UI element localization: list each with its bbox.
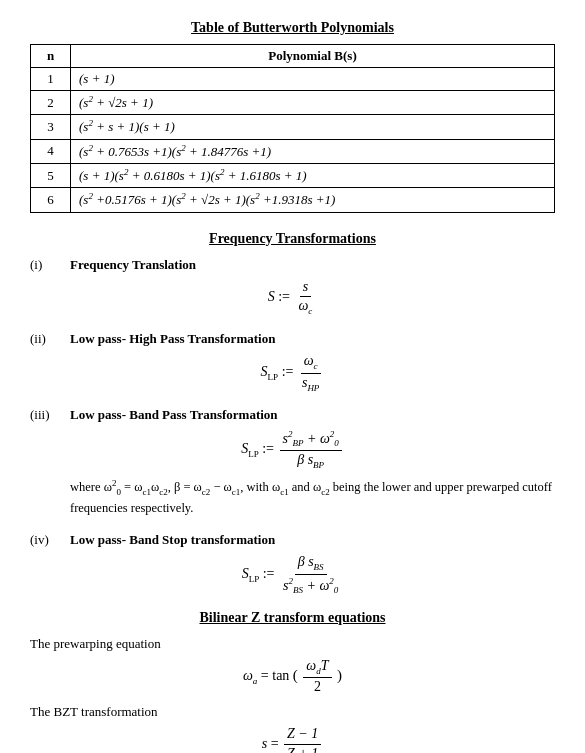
fraction-2-den: sHP — [299, 374, 322, 394]
fraction-4: β sBS s2BS + ω20 — [280, 554, 341, 596]
table-row: 5(s + 1)(s2 + 0.6180s + 1)(s2 + 1.6180s … — [31, 163, 555, 187]
formula-assign-3: := — [262, 441, 277, 456]
paren-close: ) — [337, 667, 342, 683]
row-n: 4 — [31, 139, 71, 163]
prewarp-num: ωdT — [303, 658, 331, 679]
row-poly: (s2 + s + 1)(s + 1) — [71, 115, 555, 139]
transform-header-2: (ii) Low pass- High Pass Transformation — [30, 331, 555, 347]
formula-label-4: S — [242, 566, 249, 581]
equals-2: = — [271, 736, 282, 751]
omega-a: ωa — [243, 668, 257, 683]
row-n: 5 — [31, 163, 71, 187]
transform-label-3: Low pass- Band Pass Transformation — [70, 407, 278, 423]
formula-assign-4: := — [263, 566, 278, 581]
transform-item-1: (i) Frequency Translation S := s ωc — [30, 257, 555, 317]
roman-iii: (iii) — [30, 407, 70, 423]
roman-ii: (ii) — [30, 331, 70, 347]
transform-item-4: (iv) Low pass- Band Stop transformation … — [30, 532, 555, 596]
fraction-4-den: s2BS + ω20 — [280, 575, 341, 596]
row-poly: (s2 + √2s + 1) — [71, 91, 555, 115]
s-var: s — [262, 736, 267, 751]
bilinear-section: Bilinear Z transform equations The prewa… — [30, 610, 555, 753]
prewarping-formula: ωa = tan ( ωdT 2 ) — [30, 658, 555, 696]
roman-iv: (iv) — [30, 532, 70, 548]
polynomial-table: n Polynomial B(s) 1(s + 1)2(s2 + √2s + 1… — [30, 44, 555, 213]
formula-label-1: S — [268, 289, 275, 304]
table-row: 4(s2 + 0.7653s +1)(s2 + 1.84776s +1) — [31, 139, 555, 163]
table-row: 6(s2 +0.5176s + 1)(s2 + √2s + 1)(s2 +1.9… — [31, 188, 555, 212]
transform-label-1: Frequency Translation — [70, 257, 196, 273]
formula-3: SLP := s2BP + ω20 β sBP — [30, 429, 555, 471]
transform-header-3: (iii) Low pass- Band Pass Transformation — [30, 407, 555, 423]
bandpass-note: where ω20 = ωc1ωc2, β = ωc2 − ωc1, with … — [70, 477, 555, 518]
transform-label-4: Low pass- Band Stop transformation — [70, 532, 275, 548]
table-row: 2(s2 + √2s + 1) — [31, 91, 555, 115]
col-header-n: n — [31, 45, 71, 68]
table-row: 3(s2 + s + 1)(s + 1) — [31, 115, 555, 139]
fraction-1-den: ωc — [295, 297, 315, 317]
row-poly: (s2 + 0.7653s +1)(s2 + 1.84776s +1) — [71, 139, 555, 163]
frequency-transformations-section: Frequency Transformations (i) Frequency … — [30, 231, 555, 596]
table-row: 1(s + 1) — [31, 68, 555, 91]
transform-label-2: Low pass- High Pass Transformation — [70, 331, 275, 347]
row-poly: (s + 1)(s2 + 0.6180s + 1)(s2 + 1.6180s +… — [71, 163, 555, 187]
freq-section-title: Frequency Transformations — [30, 231, 555, 247]
fraction-1: s ωc — [295, 279, 315, 317]
fraction-3: s2BP + ω20 β sBP — [280, 429, 342, 471]
row-n: 6 — [31, 188, 71, 212]
transform-item-2: (ii) Low pass- High Pass Transformation … — [30, 331, 555, 393]
equals-1: = tan — [261, 668, 290, 683]
formula-label-2: S — [261, 364, 268, 379]
formula-assign-1: := — [278, 289, 293, 304]
fraction-2: ωc sHP — [299, 353, 322, 393]
fraction-2-num: ωc — [301, 353, 321, 374]
fraction-4-num: β sBS — [295, 554, 327, 575]
row-poly: (s2 +0.5176s + 1)(s2 + √2s + 1)(s2 +1.93… — [71, 188, 555, 212]
row-n: 2 — [31, 91, 71, 115]
butterworth-table-section: Table of Butterworth Polynomials n Polyn… — [30, 20, 555, 213]
transform-header-1: (i) Frequency Translation — [30, 257, 555, 273]
prewarp-den: 2 — [311, 678, 324, 696]
formula-2: SLP := ωc sHP — [30, 353, 555, 393]
table-title: Table of Butterworth Polynomials — [30, 20, 555, 36]
row-n: 3 — [31, 115, 71, 139]
bilinear-title: Bilinear Z transform equations — [30, 610, 555, 626]
bzt-label: The BZT transformation — [30, 704, 555, 720]
prewarp-frac: ωdT 2 — [303, 658, 331, 696]
bzt-formula: s = Z − 1 Z + 1 — [30, 726, 555, 753]
bzt-num: Z − 1 — [284, 726, 321, 745]
bzt-den: Z + 1 — [284, 745, 321, 753]
prewarping-label: The prewarping equation — [30, 636, 555, 652]
transform-item-3: (iii) Low pass- Band Pass Transformation… — [30, 407, 555, 518]
roman-i: (i) — [30, 257, 70, 273]
transform-header-4: (iv) Low pass- Band Stop transformation — [30, 532, 555, 548]
bzt-frac: Z − 1 Z + 1 — [284, 726, 321, 753]
row-n: 1 — [31, 68, 71, 91]
fraction-1-num: s — [300, 279, 311, 298]
col-header-poly: Polynomial B(s) — [71, 45, 555, 68]
formula-1: S := s ωc — [30, 279, 555, 317]
formula-4: SLP := β sBS s2BS + ω20 — [30, 554, 555, 596]
fraction-3-den: β sBP — [294, 451, 327, 471]
formula-assign-2: := — [282, 364, 297, 379]
fraction-3-num: s2BP + ω20 — [280, 429, 342, 451]
row-poly: (s + 1) — [71, 68, 555, 91]
paren-open: ( — [293, 667, 298, 683]
